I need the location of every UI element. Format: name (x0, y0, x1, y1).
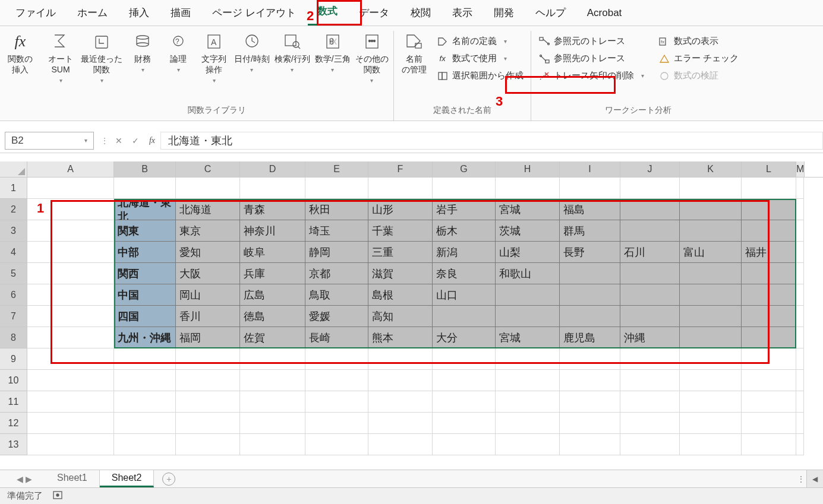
cell-B6[interactable]: 中国 (114, 284, 176, 306)
fx-icon[interactable]: fx (144, 132, 160, 150)
cell-H2[interactable]: 宮城 (496, 199, 560, 220)
cell-I6[interactable] (560, 284, 620, 306)
cell-M13[interactable] (796, 434, 804, 455)
hscroll-right[interactable]: ◀ (806, 470, 823, 487)
menu-表示[interactable]: 表示 (443, 2, 482, 23)
col-header-L[interactable]: L (742, 161, 796, 177)
cell-G1[interactable] (433, 177, 496, 199)
select-all-corner[interactable] (0, 161, 27, 177)
cell-D8[interactable]: 佐賀 (240, 327, 305, 348)
cell-L13[interactable] (742, 434, 796, 455)
cell-D11[interactable] (240, 391, 305, 413)
menu-ヘルプ[interactable]: ヘルプ (526, 2, 575, 23)
cell-D5[interactable]: 兵庫 (240, 263, 305, 284)
cell-K5[interactable] (680, 263, 742, 284)
col-header-D[interactable]: D (240, 161, 305, 177)
cell-G6[interactable]: 山口 (433, 284, 496, 306)
cell-D6[interactable]: 広島 (240, 284, 305, 306)
cell-B5[interactable]: 関西 (114, 263, 176, 284)
col-header-I[interactable]: I (560, 161, 620, 177)
other-button[interactable]: その他の 関数▾ (354, 31, 390, 85)
cell-J10[interactable] (620, 370, 680, 391)
fin-button[interactable]: 財務▾ (126, 31, 159, 74)
cell-A5[interactable] (27, 263, 114, 284)
row-header-11[interactable]: 11 (0, 391, 27, 413)
cell-L3[interactable] (742, 220, 796, 242)
cell-K4[interactable]: 富山 (680, 242, 742, 263)
row-header-10[interactable]: 10 (0, 370, 27, 391)
cell-C4[interactable]: 愛知 (176, 242, 240, 263)
cell-H5[interactable]: 和歌山 (496, 263, 560, 284)
cell-G7[interactable] (433, 306, 496, 327)
menu-ページ レイアウト[interactable]: ページ レイアウト (203, 2, 305, 23)
cell-F7[interactable]: 高知 (368, 306, 433, 327)
cell-K6[interactable] (680, 284, 742, 306)
cell-I12[interactable] (560, 413, 620, 434)
worksheet-grid[interactable]: ABCDEFGHIJKLM 12345678910111213 北海道・東北北海… (0, 161, 823, 455)
cell-F2[interactable]: 山形 (368, 199, 433, 220)
math-button[interactable]: θ数学/三角▾ (314, 31, 352, 74)
cell-J13[interactable] (620, 434, 680, 455)
cell-J3[interactable] (620, 220, 680, 242)
cell-G5[interactable]: 奈良 (433, 263, 496, 284)
cell-K2[interactable] (680, 199, 742, 220)
cell-E4[interactable]: 静岡 (305, 242, 368, 263)
trace-precedents-button[interactable]: 参照元のトレース (535, 33, 648, 49)
row-header-5[interactable]: 5 (0, 263, 27, 284)
cell-K1[interactable] (680, 177, 742, 199)
cell-G13[interactable] (433, 434, 496, 455)
col-header-M[interactable]: M (796, 161, 805, 177)
cell-L9[interactable] (742, 348, 796, 370)
cell-B3[interactable]: 関東 (114, 220, 176, 242)
cell-J2[interactable] (620, 199, 680, 220)
cell-J5[interactable] (620, 263, 680, 284)
cell-D3[interactable]: 神奈川 (240, 220, 305, 242)
cell-M4[interactable] (796, 242, 804, 263)
cell-A12[interactable] (27, 413, 114, 434)
use-in-formula-button[interactable]: fx数式で使用▾ (433, 50, 527, 66)
cell-B10[interactable] (114, 370, 176, 391)
cell-M6[interactable] (796, 284, 804, 306)
cell-B1[interactable] (114, 177, 176, 199)
cell-A3[interactable] (27, 220, 114, 242)
menu-Acrobat[interactable]: Acrobat (578, 4, 632, 23)
cell-A1[interactable] (27, 177, 114, 199)
cell-D10[interactable] (240, 370, 305, 391)
row-header-8[interactable]: 8 (0, 327, 27, 348)
cell-H4[interactable]: 山梨 (496, 242, 560, 263)
lookup-button[interactable]: 検索/行列▾ (273, 31, 311, 74)
name-manager-button[interactable]: 名前 の管理 (398, 31, 431, 76)
cell-G4[interactable]: 新潟 (433, 242, 496, 263)
create-from-selection-button[interactable]: 選択範囲から作成 (433, 68, 527, 84)
cell-H13[interactable] (496, 434, 560, 455)
cell-D4[interactable]: 岐阜 (240, 242, 305, 263)
cell-M1[interactable] (796, 177, 804, 199)
cell-K9[interactable] (680, 348, 742, 370)
cell-C6[interactable]: 岡山 (176, 284, 240, 306)
row-header-7[interactable]: 7 (0, 306, 27, 327)
menu-データ[interactable]: データ (349, 2, 399, 23)
cell-K11[interactable] (680, 391, 742, 413)
cell-M12[interactable] (796, 413, 804, 434)
cell-J1[interactable] (620, 177, 680, 199)
formula-input[interactable]: 北海道・東北 (160, 132, 823, 150)
cell-F3[interactable]: 千葉 (368, 220, 433, 242)
cell-M10[interactable] (796, 370, 804, 391)
cell-F10[interactable] (368, 370, 433, 391)
cell-K3[interactable] (680, 220, 742, 242)
row-header-13[interactable]: 13 (0, 434, 27, 455)
cell-E5[interactable]: 京都 (305, 263, 368, 284)
cell-D13[interactable] (240, 434, 305, 455)
cell-H1[interactable] (496, 177, 560, 199)
cell-D1[interactable] (240, 177, 305, 199)
cell-K8[interactable] (680, 327, 742, 348)
cell-I9[interactable] (560, 348, 620, 370)
cell-G12[interactable] (433, 413, 496, 434)
cell-I2[interactable]: 福島 (560, 199, 620, 220)
cell-F5[interactable]: 滋賀 (368, 263, 433, 284)
macro-icon[interactable] (52, 490, 63, 502)
cell-H10[interactable] (496, 370, 560, 391)
cell-G3[interactable]: 栃木 (433, 220, 496, 242)
error-check-button[interactable]: エラー チェック (655, 50, 742, 66)
cell-K10[interactable] (680, 370, 742, 391)
